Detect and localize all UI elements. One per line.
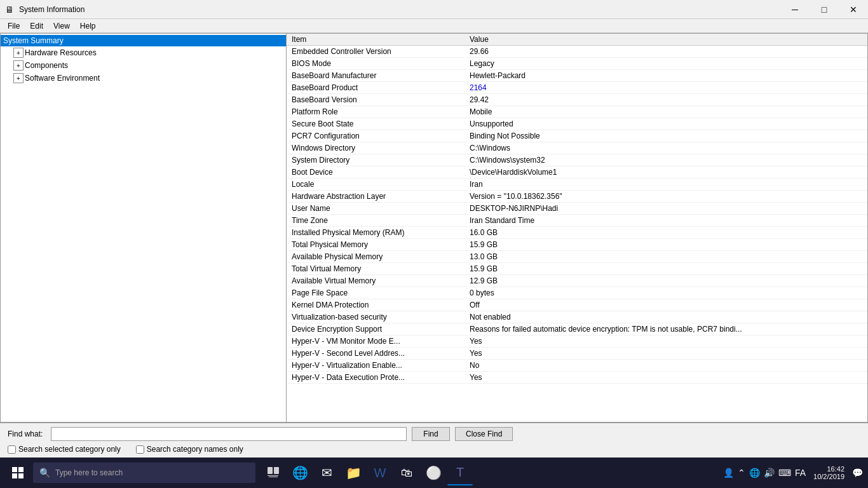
data-panel: Item Value Embedded Controller Version29… (287, 34, 867, 422)
table-cell-item: Time Zone (287, 215, 465, 227)
maximize-button[interactable]: □ (810, 0, 839, 19)
table-row: Installed Physical Memory (RAM)16.0 GB (287, 227, 867, 239)
tree-label-components: Components (25, 61, 68, 70)
svg-rect-7 (269, 477, 278, 477)
table-cell-value: Yes (465, 348, 867, 360)
search-placeholder: Type here to search (55, 468, 123, 477)
close-find-button[interactable]: Close Find (455, 427, 513, 441)
table-cell-item: BaseBoard Product (287, 82, 465, 94)
table-row: Hyper-V - Virtualization Enable...No (287, 360, 867, 372)
menu-file[interactable]: File (3, 20, 25, 32)
table-cell-value: \Device\HarddiskVolume1 (465, 166, 867, 179)
table-row: Total Physical Memory15.9 GB (287, 239, 867, 251)
svg-rect-3 (18, 473, 24, 478)
table-row: Embedded Controller Version29.66 (287, 46, 867, 58)
keyboard-icon[interactable]: ⌨ (778, 468, 791, 478)
start-button[interactable] (5, 460, 31, 485)
close-button[interactable]: ✕ (839, 0, 868, 19)
teams-icon[interactable]: T (447, 460, 473, 485)
window-controls: ─ □ ✕ (780, 0, 868, 19)
table-cell-value: DESKTOP-N6JIRNP\Hadi (465, 203, 867, 215)
table-row: Hyper-V - VM Monitor Mode E...Yes (287, 336, 867, 348)
table-cell-value: 0 bytes (465, 287, 867, 299)
search-selected-label: Search selected category only (18, 445, 121, 454)
system-data-table: Item Value Embedded Controller Version29… (287, 34, 867, 384)
table-cell-value: 13.0 GB (465, 251, 867, 263)
menu-view[interactable]: View (48, 20, 75, 32)
search-selected-checkbox[interactable]: Search selected category only (8, 445, 121, 454)
table-cell-value: No (465, 360, 867, 372)
table-cell-value: C:\Windows\system32 (465, 154, 867, 166)
taskview-button[interactable] (261, 460, 286, 485)
system-clock[interactable]: 16:42 10/2/2019 (813, 465, 844, 480)
find-input[interactable] (51, 427, 407, 441)
expand-components-icon[interactable] (13, 60, 24, 71)
table-cell-value: 29.42 (465, 94, 867, 106)
menu-help[interactable]: Help (75, 20, 101, 32)
minimize-button[interactable]: ─ (780, 0, 810, 19)
table-row: Time ZoneIran Standard Time (287, 215, 867, 227)
table-cell-value: C:\Windows (465, 142, 867, 154)
table-cell-item: Page File Space (287, 287, 465, 299)
main-content: System Summary Hardware Resources Compon… (0, 33, 868, 423)
table-row: User NameDESKTOP-N6JIRNP\Hadi (287, 203, 867, 215)
col-header-item: Item (287, 34, 465, 46)
chrome-icon[interactable]: ⚪ (421, 460, 446, 485)
tree-label-software-environment: Software Environment (25, 74, 100, 83)
table-cell-value: 15.9 GB (465, 263, 867, 275)
table-row: Boot Device\Device\HarddiskVolume1 (287, 166, 867, 179)
network-icon[interactable]: 🌐 (749, 468, 760, 478)
menu-edit[interactable]: Edit (25, 20, 48, 32)
table-row: Available Virtual Memory12.9 GB (287, 275, 867, 287)
word-icon[interactable]: W (367, 460, 393, 485)
table-row: BaseBoard Version29.42 (287, 94, 867, 106)
tree-item-components[interactable]: Components (1, 59, 286, 72)
table-row: Hyper-V - Data Execution Prote...Yes (287, 372, 867, 384)
chevron-icon[interactable]: ⌃ (738, 468, 745, 478)
search-selected-input[interactable] (8, 445, 16, 454)
tree-item-system-summary[interactable]: System Summary (1, 35, 286, 46)
table-cell-item: Virtualization-based security (287, 311, 465, 323)
table-row: Device Encryption SupportReasons for fai… (287, 323, 867, 336)
expand-hardware-icon[interactable] (13, 48, 24, 58)
search-names-checkbox[interactable]: Search category names only (136, 445, 243, 454)
table-cell-item: Secure Boot State (287, 118, 465, 130)
search-names-label: Search category names only (147, 445, 243, 454)
table-cell-item: Total Virtual Memory (287, 263, 465, 275)
svg-rect-2 (12, 473, 17, 478)
find-button[interactable]: Find (412, 427, 450, 441)
svg-rect-4 (268, 467, 273, 474)
mail-icon[interactable]: ✉ (314, 460, 339, 485)
tree-item-hardware-resources[interactable]: Hardware Resources (1, 46, 286, 59)
menu-bar: File Edit View Help (0, 19, 868, 33)
taskbar-search-box[interactable]: 🔍 Type here to search (33, 463, 255, 483)
table-row: BaseBoard ManufacturerHewlett-Packard (287, 70, 867, 82)
table-cell-item: BIOS Mode (287, 58, 465, 70)
table-cell-item: BaseBoard Version (287, 94, 465, 106)
table-cell-item: Platform Role (287, 106, 465, 118)
table-row: BaseBoard Product2164 (287, 82, 867, 94)
tree-item-software-environment[interactable]: Software Environment (1, 72, 286, 85)
table-row: Secure Boot StateUnsupported (287, 118, 867, 130)
svg-rect-5 (274, 467, 279, 474)
person-icon[interactable]: 👤 (723, 468, 734, 478)
explorer-icon[interactable]: 📁 (341, 460, 366, 485)
edge-icon[interactable]: 🌐 (287, 460, 313, 485)
store-icon[interactable]: 🛍 (394, 460, 419, 485)
table-cell-value: Reasons for failed automatic device encr… (465, 323, 867, 336)
locale-indicator: FA (795, 468, 806, 478)
table-cell-item: User Name (287, 203, 465, 215)
app-icon: 🖥 (5, 4, 15, 15)
volume-icon[interactable]: 🔊 (764, 468, 775, 478)
notification-icon[interactable]: 💬 (852, 468, 863, 478)
system-tray-icons: 👤 ⌃ 🌐 🔊 ⌨ FA (723, 468, 806, 478)
table-row: Page File Space0 bytes (287, 287, 867, 299)
table-cell-value: Mobile (465, 106, 867, 118)
table-cell-value: Yes (465, 372, 867, 384)
expand-software-icon[interactable] (13, 73, 24, 83)
table-cell-value: Legacy (465, 58, 867, 70)
table-cell-item: Total Physical Memory (287, 239, 465, 251)
table-cell-item: Windows Directory (287, 142, 465, 154)
search-names-input[interactable] (136, 445, 144, 454)
table-cell-value: Version = "10.0.18362.356" (465, 191, 867, 203)
